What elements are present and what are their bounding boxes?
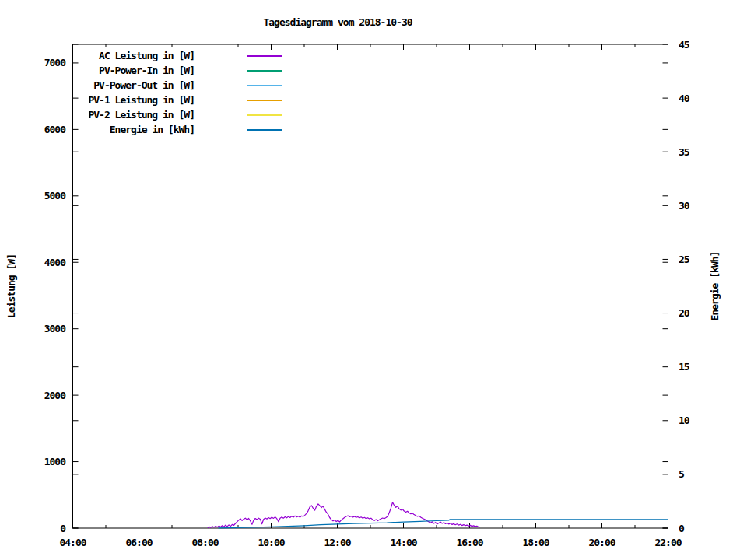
legend-line-sample-pv-power-out bbox=[247, 85, 282, 86]
svg-text:10: 10 bbox=[679, 415, 690, 426]
legend-label-pv2-leistung: PV-2 Leistung in [W] bbox=[0, 109, 195, 121]
legend-item-ac-leistung: AC Leistung in [W] bbox=[0, 48, 282, 63]
svg-text:12:00: 12:00 bbox=[324, 537, 351, 548]
legend-label-pv-power-out: PV-Power-Out in [W] bbox=[0, 79, 195, 91]
legend-item-pv1-leistung: PV-1 Leistung in [W] bbox=[0, 93, 282, 107]
legend-label-ac-leistung: AC Leistung in [W] bbox=[0, 50, 195, 61]
svg-text:16:00: 16:00 bbox=[456, 537, 483, 548]
svg-text:25: 25 bbox=[679, 254, 689, 265]
legend-line-sample-energie bbox=[247, 129, 282, 131]
legend-item-pv-power-in: PV-Power-In in [W] bbox=[0, 63, 282, 78]
svg-text:0: 0 bbox=[60, 523, 66, 534]
legend-label-pv1-leistung: PV-1 Leistung in [W] bbox=[0, 94, 195, 106]
svg-text:20:00: 20:00 bbox=[588, 537, 615, 548]
legend-line-sample-pv1-leistung bbox=[247, 100, 282, 101]
svg-text:40: 40 bbox=[679, 93, 690, 104]
series-line-5 bbox=[219, 520, 668, 528]
legend-item-pv-power-out: PV-Power-Out in [W] bbox=[0, 78, 282, 93]
svg-text:20: 20 bbox=[679, 307, 690, 319]
svg-text:3000: 3000 bbox=[44, 323, 66, 334]
svg-text:5: 5 bbox=[679, 468, 684, 480]
legend-label-energie: Energie in [kWh] bbox=[0, 124, 195, 135]
svg-text:5000: 5000 bbox=[44, 190, 66, 201]
legend: AC Leistung in [W] PV-Power-In in [W] PV… bbox=[0, 48, 282, 137]
svg-text:06:00: 06:00 bbox=[125, 537, 153, 548]
svg-text:18:00: 18:00 bbox=[522, 537, 549, 548]
legend-line-sample-pv2-leistung bbox=[247, 114, 282, 116]
svg-text:14:00: 14:00 bbox=[390, 537, 417, 548]
legend-item-pv2-leistung: PV-2 Leistung in [W] bbox=[0, 107, 282, 122]
svg-text:22:00: 22:00 bbox=[654, 537, 682, 548]
svg-text:0: 0 bbox=[679, 523, 685, 534]
svg-text:1000: 1000 bbox=[44, 456, 66, 467]
svg-text:35: 35 bbox=[679, 146, 689, 158]
svg-text:15: 15 bbox=[679, 361, 689, 373]
legend-line-sample-pv-power-in bbox=[247, 70, 282, 72]
svg-text:10:00: 10:00 bbox=[258, 537, 285, 548]
svg-text:4000: 4000 bbox=[44, 257, 66, 268]
legend-line-sample-ac-leistung bbox=[247, 55, 282, 57]
svg-text:08:00: 08:00 bbox=[191, 537, 219, 548]
legend-item-energie: Energie in [kWh] bbox=[0, 122, 282, 137]
svg-text:04:00: 04:00 bbox=[59, 537, 86, 548]
tagesdiagramm-chart: Tagesdiagramm vom 2018-10-30 Leistung [W… bbox=[0, 0, 747, 560]
svg-text:30: 30 bbox=[679, 200, 690, 212]
svg-text:45: 45 bbox=[679, 39, 689, 51]
svg-text:2000: 2000 bbox=[44, 390, 66, 401]
legend-label-pv-power-in: PV-Power-In in [W] bbox=[0, 65, 195, 76]
